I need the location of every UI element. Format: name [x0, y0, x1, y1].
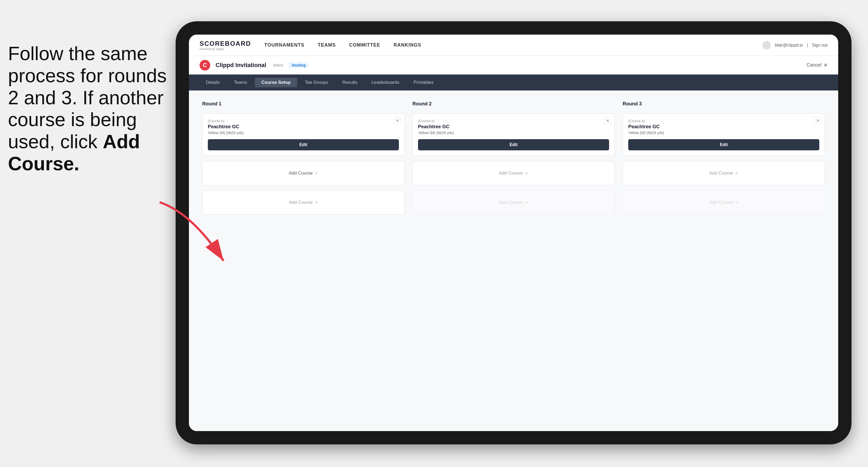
rounds-container: Round 1 ✕ (Course A) Peachtree GC Yellow…: [202, 101, 825, 215]
tab-results[interactable]: Results: [336, 78, 364, 87]
clippd-logo: C: [199, 60, 210, 70]
nav-item-committee[interactable]: COMMITTEE: [349, 41, 380, 49]
round-3-course-card: ✕ (Course A) Peachtree GC Yellow (M) (66…: [623, 113, 825, 156]
round-3-edit-button[interactable]: Edit: [628, 139, 819, 150]
round-1-course-label: (Course A): [208, 119, 399, 123]
round-2-course-name: Peachtree GC: [418, 124, 609, 130]
round-2-course-label: (Course A): [418, 119, 609, 123]
main-content: Round 1 ✕ (Course A) Peachtree GC Yellow…: [189, 91, 838, 431]
cancel-button[interactable]: Cancel ✕: [807, 62, 828, 68]
scoreboard-logo: SCOREBOARD Powered by clippd: [199, 40, 251, 51]
round-3-add-course-1[interactable]: Add Course +: [623, 161, 825, 185]
tablet-screen: SCOREBOARD Powered by clippd TOURNAMENTS…: [189, 35, 838, 431]
round-2-add-course-2[interactable]: Add Course +: [412, 190, 615, 215]
tab-course-setup[interactable]: Course Setup: [255, 78, 297, 87]
round-3-add-course-2[interactable]: Add Course +: [623, 190, 825, 215]
round-2-add-text-2: Add Course +: [499, 199, 528, 206]
round-1-course-details: Yellow (M) (6629 yds): [208, 131, 399, 135]
user-email: blair@clippd.io: [775, 43, 803, 48]
round-1-course-card: ✕ (Course A) Peachtree GC Yellow (M) (66…: [202, 113, 404, 156]
round-1-add-course-1[interactable]: Add Course +: [202, 161, 404, 185]
sign-out-link[interactable]: Sign out: [812, 43, 828, 48]
round-1-plus-1: +: [315, 170, 318, 177]
round-2-delete-icon[interactable]: ✕: [604, 117, 611, 124]
round-1-course-name: Peachtree GC: [208, 124, 399, 130]
round-3-plus-2: +: [735, 199, 738, 206]
hosting-badge: Hosting: [289, 62, 309, 68]
round-2-plus-1: +: [525, 170, 528, 177]
round-2-plus-2: +: [525, 199, 528, 206]
round-3-plus-1: +: [735, 170, 738, 177]
tab-bar: Details Teams Course Setup Tee Groups Re…: [189, 74, 838, 91]
nav-item-tournaments[interactable]: TOURNAMENTS: [264, 41, 304, 49]
round-3-course-label: (Course A): [628, 119, 819, 123]
round-1-delete-icon[interactable]: ✕: [394, 117, 401, 124]
round-2-add-text-1: Add Course +: [499, 170, 528, 177]
top-nav: SCOREBOARD Powered by clippd TOURNAMENTS…: [189, 35, 838, 56]
round-3-course-name: Peachtree GC: [628, 124, 819, 130]
nav-item-rankings[interactable]: RANKINGS: [394, 41, 421, 49]
round-1-add-text-2: Add Course +: [289, 199, 318, 206]
logo-title: SCOREBOARD: [199, 40, 251, 48]
nav-right: blair@clippd.io | Sign out: [762, 41, 828, 50]
sub-header: C Clippd Invitational (Men) Hosting Canc…: [189, 56, 838, 74]
nav-item-teams[interactable]: TEAMS: [318, 41, 336, 49]
round-3-delete-icon[interactable]: ✕: [814, 117, 822, 124]
round-3-course-details: Yellow (M) (6629 yds): [628, 131, 819, 135]
logo-sub: Powered by clippd: [199, 48, 251, 51]
round-2-title: Round 2: [412, 101, 615, 107]
user-avatar: [762, 41, 771, 50]
nav-separator: |: [807, 43, 808, 48]
tablet-frame: SCOREBOARD Powered by clippd TOURNAMENTS…: [176, 21, 851, 444]
round-3-column: Round 3 ✕ (Course A) Peachtree GC Yellow…: [623, 101, 825, 215]
tournament-sub: (Men): [273, 63, 283, 67]
round-1-add-text-1: Add Course +: [289, 170, 318, 177]
tab-details[interactable]: Details: [199, 78, 226, 87]
round-2-course-details: Yellow (M) (6629 yds): [418, 131, 609, 135]
round-2-edit-button[interactable]: Edit: [418, 139, 609, 150]
tab-teams[interactable]: Teams: [227, 78, 254, 87]
round-3-add-text-2: Add Course +: [709, 199, 738, 206]
round-2-add-course-1[interactable]: Add Course +: [412, 161, 615, 185]
round-1-column: Round 1 ✕ (Course A) Peachtree GC Yellow…: [202, 101, 404, 215]
sub-header-left: C Clippd Invitational (Men) Hosting: [199, 60, 309, 70]
nav-items: TOURNAMENTS TEAMS COMMITTEE RANKINGS: [264, 41, 762, 49]
round-1-title: Round 1: [202, 101, 404, 107]
round-2-course-card: ✕ (Course A) Peachtree GC Yellow (M) (66…: [412, 113, 615, 156]
round-3-title: Round 3: [623, 101, 825, 107]
round-3-add-text-1: Add Course +: [709, 170, 738, 177]
round-1-edit-button[interactable]: Edit: [208, 139, 399, 150]
tab-leaderboards[interactable]: Leaderboards: [365, 78, 406, 87]
tab-tee-groups[interactable]: Tee Groups: [299, 78, 335, 87]
instruction-text: Follow the same process for rounds 2 and…: [0, 42, 186, 175]
tab-printables[interactable]: Printables: [407, 78, 440, 87]
round-1-add-course-2[interactable]: Add Course +: [202, 190, 404, 215]
round-2-column: Round 2 ✕ (Course A) Peachtree GC Yellow…: [412, 101, 615, 215]
tournament-name: Clippd Invitational: [216, 62, 266, 69]
round-1-plus-2: +: [315, 199, 318, 206]
